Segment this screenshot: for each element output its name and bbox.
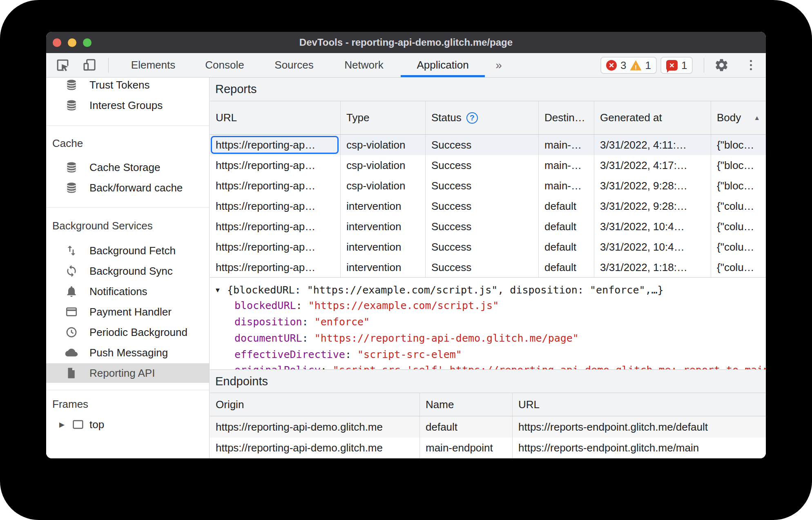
report-cell-url: https://reporting-ap… bbox=[210, 155, 341, 176]
reports-column-header-url[interactable]: URL bbox=[210, 101, 341, 134]
more-tabs-button[interactable]: » bbox=[495, 53, 502, 77]
endpoint-row[interactable]: https://reporting-api-demo.glitch.medefa… bbox=[210, 416, 766, 438]
report-detail-pane: ▼{blockedURL: "https://example.com/scrip… bbox=[210, 278, 766, 369]
report-cell-destination: default bbox=[539, 237, 594, 257]
sidebar-item-interest-groups[interactable]: Interest Groups bbox=[46, 96, 209, 115]
report-cell-body: {"bloc… bbox=[711, 135, 766, 155]
desktop-background: DevTools - reporting-api-demo.glitch.me/… bbox=[0, 0, 812, 520]
report-row[interactable]: https://reporting-ap…interventionSuccess… bbox=[210, 216, 766, 237]
sidebar-item-label: Background Fetch bbox=[89, 244, 176, 257]
report-cell-generated: 3/31/2022, 4:17:… bbox=[594, 155, 711, 176]
reports-heading-bar: Reports bbox=[210, 78, 766, 101]
reports-column-header-type[interactable]: Type bbox=[341, 101, 426, 134]
json-preview-text: {blockedURL: "https://example.com/script… bbox=[227, 284, 664, 296]
endpoint-row[interactable]: https://reporting-api-demo.glitch.memain… bbox=[210, 438, 766, 458]
report-row[interactable]: https://reporting-ap…interventionSuccess… bbox=[210, 257, 766, 278]
toolbar-divider bbox=[108, 58, 109, 73]
sidebar-item-label: Notifications bbox=[89, 285, 147, 298]
sidebar-divider bbox=[46, 390, 209, 390]
report-cell-generated: 3/31/2022, 9:28:… bbox=[594, 176, 711, 196]
reports-column-header-body[interactable]: Body▲ bbox=[711, 101, 766, 134]
sidebar-item-top[interactable]: ▶top bbox=[46, 415, 209, 434]
tab-sources[interactable]: Sources bbox=[274, 53, 313, 77]
toolbar-divider bbox=[704, 58, 704, 73]
sidebar-item-back-forward-cache[interactable]: Back/forward cache bbox=[46, 178, 209, 198]
report-row[interactable]: https://reporting-ap…csp-violationSucces… bbox=[210, 135, 766, 155]
help-icon[interactable]: ? bbox=[466, 112, 478, 124]
json-property-originalPolicy: originalPolicy: "script-src 'self' https… bbox=[210, 362, 766, 369]
application-sidebar: Trust TokensInterest GroupsCacheCache St… bbox=[46, 78, 210, 458]
json-key: originalPolicy: "script-src 'self' https… bbox=[234, 364, 766, 370]
report-cell-type: intervention bbox=[341, 257, 426, 278]
sidebar-item-reporting-api[interactable]: Reporting API bbox=[46, 363, 209, 383]
sidebar-item-label: Push Messaging bbox=[89, 347, 168, 359]
sidebar-item-label: Background Sync bbox=[89, 265, 173, 278]
endpoints-column-header-name[interactable]: Name bbox=[420, 393, 513, 416]
bell-icon bbox=[65, 285, 78, 298]
report-row[interactable]: https://reporting-ap…interventionSuccess… bbox=[210, 196, 766, 216]
report-cell-url: https://reporting-ap… bbox=[210, 237, 341, 257]
sidebar-item-trust-tokens[interactable]: Trust Tokens bbox=[46, 78, 209, 95]
kebab-dots bbox=[750, 60, 752, 70]
background-sync-icon bbox=[65, 264, 78, 278]
json-key: effectiveDirective: "script-src-elem" bbox=[234, 349, 462, 360]
inspect-cursor-icon[interactable] bbox=[54, 53, 71, 77]
report-cell-body: {"colu… bbox=[711, 257, 766, 278]
report-cell-generated: 3/31/2022, 10:4… bbox=[594, 216, 711, 237]
devtools-window: DevTools - reporting-api-demo.glitch.me/… bbox=[46, 32, 766, 458]
database-icon bbox=[65, 161, 78, 174]
sidebar-item-payment-handler[interactable]: Payment Handler bbox=[46, 302, 209, 322]
expander-triangle-icon[interactable]: ▼ bbox=[216, 286, 220, 294]
device-toolbar-icon[interactable] bbox=[81, 53, 97, 77]
sidebar-item-background-sync[interactable]: Background Sync bbox=[46, 261, 209, 281]
report-cell-generated: 3/31/2022, 4:11:… bbox=[594, 135, 711, 155]
report-cell-type: intervention bbox=[341, 216, 426, 237]
content-area: Trust TokensInterest GroupsCacheCache St… bbox=[46, 78, 766, 458]
report-cell-body: {"bloc… bbox=[711, 155, 766, 176]
report-cell-body: {"bloc… bbox=[711, 176, 766, 196]
report-cell-url: https://reporting-ap… bbox=[210, 196, 341, 216]
kebab-menu-icon[interactable] bbox=[743, 53, 758, 77]
endpoint-cell-origin: https://reporting-api-demo.glitch.me bbox=[210, 416, 420, 438]
json-property-disposition: disposition: "enforce" bbox=[210, 313, 766, 330]
report-cell-status: Success bbox=[426, 257, 539, 278]
error-count: 3 bbox=[620, 59, 626, 72]
report-cell-url: https://reporting-ap… bbox=[210, 135, 341, 155]
sidebar-item-periodic-background[interactable]: Periodic Background bbox=[46, 322, 209, 342]
main-toolbar: ElementsConsoleSourcesNetworkApplication… bbox=[46, 53, 766, 78]
settings-gear-icon[interactable] bbox=[713, 53, 729, 77]
sidebar-section-cache: Cache bbox=[52, 133, 83, 153]
expand-arrow-icon[interactable]: ▶ bbox=[59, 420, 65, 429]
sidebar-item-label: Cache Storage bbox=[89, 161, 160, 174]
issues-button[interactable]: ✕ 1 bbox=[660, 57, 693, 74]
tab-elements[interactable]: Elements bbox=[131, 53, 175, 77]
tab-console[interactable]: Console bbox=[205, 53, 244, 77]
reports-header-row: URLTypeStatus?Destin…Generated atBody▲ bbox=[210, 101, 766, 135]
console-status-button[interactable]: ✕ 3 ! 1 bbox=[600, 57, 657, 74]
tab-application[interactable]: Application bbox=[417, 53, 468, 77]
report-row[interactable]: https://reporting-ap…interventionSuccess… bbox=[210, 237, 766, 257]
report-row[interactable]: https://reporting-ap…csp-violationSucces… bbox=[210, 176, 766, 196]
endpoints-column-header-origin[interactable]: Origin bbox=[210, 393, 420, 416]
reports-column-header-status[interactable]: Status? bbox=[426, 101, 539, 134]
report-row[interactable]: https://reporting-ap…csp-violationSucces… bbox=[210, 155, 766, 176]
endpoint-cell-url: https://reports-endpoint.glitch.me/main bbox=[513, 438, 766, 458]
report-cell-destination: default bbox=[539, 216, 594, 237]
window-title: DevTools - reporting-api-demo.glitch.me/… bbox=[46, 32, 766, 53]
json-key: blockedURL: "https://example.com/script.… bbox=[234, 300, 499, 311]
endpoints-column-header-url[interactable]: URL bbox=[513, 393, 766, 416]
sidebar-section-frames: Frames bbox=[52, 394, 88, 414]
json-key: disposition: "enforce" bbox=[234, 316, 370, 328]
reports-column-header-generated-at[interactable]: Generated at bbox=[594, 101, 711, 134]
tab-network[interactable]: Network bbox=[344, 53, 383, 77]
sidebar-item-push-messaging[interactable]: Push Messaging bbox=[46, 343, 209, 362]
sidebar-divider bbox=[46, 207, 209, 208]
cloud-icon bbox=[65, 346, 78, 359]
reports-column-header-destination[interactable]: Destin… bbox=[539, 101, 594, 134]
sidebar-item-cache-storage[interactable]: Cache Storage bbox=[46, 158, 209, 177]
sidebar-item-notifications[interactable]: Notifications bbox=[46, 282, 209, 301]
sidebar-item-background-fetch[interactable]: Background Fetch bbox=[46, 241, 209, 260]
report-cell-destination: main-… bbox=[539, 155, 594, 176]
report-body-summary[interactable]: ▼{blockedURL: "https://example.com/scrip… bbox=[210, 282, 766, 298]
endpoint-cell-origin: https://reporting-api-demo.glitch.me bbox=[210, 438, 420, 458]
